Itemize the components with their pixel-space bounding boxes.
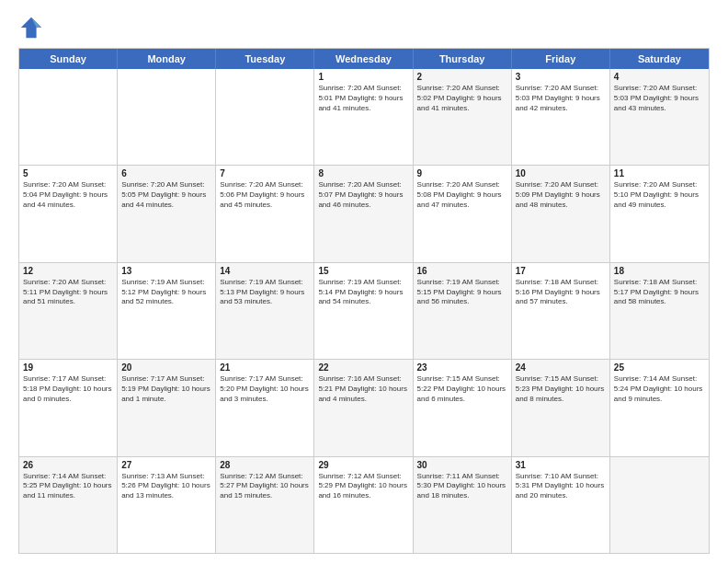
day-number: 4: [614, 72, 705, 82]
calendar-row: 26Sunrise: 7:14 AM Sunset: 5:25 PM Dayli…: [19, 456, 709, 553]
day-header-friday: Friday: [512, 49, 610, 69]
calendar-day-29: 29Sunrise: 7:12 AM Sunset: 5:29 PM Dayli…: [314, 457, 413, 553]
day-info: Sunrise: 7:20 AM Sunset: 5:08 PM Dayligh…: [417, 180, 507, 210]
day-number: 27: [121, 460, 211, 470]
calendar-day-14: 14Sunrise: 7:19 AM Sunset: 5:13 PM Dayli…: [216, 263, 314, 359]
day-info: Sunrise: 7:17 AM Sunset: 5:18 PM Dayligh…: [23, 374, 113, 404]
day-number: 2: [417, 72, 507, 82]
calendar-day-16: 16Sunrise: 7:19 AM Sunset: 5:15 PM Dayli…: [414, 263, 512, 359]
day-header-thursday: Thursday: [414, 49, 512, 69]
calendar-day-20: 20Sunrise: 7:17 AM Sunset: 5:19 PM Dayli…: [118, 360, 216, 455]
calendar-day-empty: [19, 69, 118, 165]
day-number: 12: [23, 266, 113, 276]
day-number: 8: [318, 168, 408, 178]
calendar-day-21: 21Sunrise: 7:17 AM Sunset: 5:20 PM Dayli…: [216, 360, 314, 455]
day-number: 23: [417, 362, 507, 373]
day-header-tuesday: Tuesday: [216, 49, 314, 69]
calendar-row: 1Sunrise: 7:20 AM Sunset: 5:01 PM Daylig…: [19, 69, 709, 165]
calendar-day-30: 30Sunrise: 7:11 AM Sunset: 5:30 PM Dayli…: [414, 457, 512, 553]
day-info: Sunrise: 7:19 AM Sunset: 5:14 PM Dayligh…: [318, 278, 408, 307]
calendar-day-10: 10Sunrise: 7:20 AM Sunset: 5:09 PM Dayli…: [512, 166, 610, 261]
day-info: Sunrise: 7:20 AM Sunset: 5:05 PM Dayligh…: [121, 180, 211, 210]
calendar-day-18: 18Sunrise: 7:18 AM Sunset: 5:17 PM Dayli…: [610, 263, 709, 359]
day-info: Sunrise: 7:19 AM Sunset: 5:13 PM Dayligh…: [220, 278, 310, 307]
calendar-day-26: 26Sunrise: 7:14 AM Sunset: 5:25 PM Dayli…: [19, 457, 118, 553]
day-number: 9: [417, 168, 507, 178]
day-number: 19: [23, 362, 113, 373]
day-number: 11: [614, 168, 705, 178]
calendar-day-28: 28Sunrise: 7:12 AM Sunset: 5:27 PM Dayli…: [216, 457, 314, 553]
calendar-day-3: 3Sunrise: 7:20 AM Sunset: 5:03 PM Daylig…: [512, 69, 610, 165]
day-number: 3: [516, 72, 606, 82]
calendar-day-25: 25Sunrise: 7:14 AM Sunset: 5:24 PM Dayli…: [610, 360, 709, 455]
calendar-day-9: 9Sunrise: 7:20 AM Sunset: 5:08 PM Daylig…: [414, 166, 512, 261]
calendar-day-6: 6Sunrise: 7:20 AM Sunset: 5:05 PM Daylig…: [118, 166, 216, 261]
day-info: Sunrise: 7:20 AM Sunset: 5:03 PM Dayligh…: [614, 84, 705, 113]
day-header-wednesday: Wednesday: [314, 49, 413, 69]
day-number: 10: [516, 168, 606, 178]
day-number: 25: [614, 362, 705, 373]
day-number: 26: [23, 460, 113, 470]
calendar-day-7: 7Sunrise: 7:20 AM Sunset: 5:06 PM Daylig…: [216, 166, 314, 261]
day-number: 29: [318, 460, 408, 470]
day-info: Sunrise: 7:15 AM Sunset: 5:23 PM Dayligh…: [516, 374, 606, 404]
day-info: Sunrise: 7:17 AM Sunset: 5:19 PM Dayligh…: [121, 374, 211, 404]
day-number: 13: [121, 266, 211, 276]
day-number: 1: [318, 72, 408, 82]
calendar-day-27: 27Sunrise: 7:13 AM Sunset: 5:26 PM Dayli…: [118, 457, 216, 553]
calendar-day-empty: [216, 69, 314, 165]
calendar-row: 19Sunrise: 7:17 AM Sunset: 5:18 PM Dayli…: [19, 359, 709, 455]
day-number: 16: [417, 266, 507, 276]
day-info: Sunrise: 7:13 AM Sunset: 5:26 PM Dayligh…: [121, 472, 211, 501]
day-info: Sunrise: 7:20 AM Sunset: 5:10 PM Dayligh…: [614, 180, 705, 210]
day-info: Sunrise: 7:19 AM Sunset: 5:12 PM Dayligh…: [121, 278, 211, 307]
day-info: Sunrise: 7:20 AM Sunset: 5:09 PM Dayligh…: [516, 180, 606, 210]
day-header-monday: Monday: [118, 49, 216, 69]
day-info: Sunrise: 7:14 AM Sunset: 5:24 PM Dayligh…: [614, 374, 705, 404]
day-number: 5: [23, 168, 113, 178]
day-info: Sunrise: 7:11 AM Sunset: 5:30 PM Dayligh…: [417, 472, 507, 501]
day-info: Sunrise: 7:14 AM Sunset: 5:25 PM Dayligh…: [23, 472, 113, 501]
calendar-day-22: 22Sunrise: 7:16 AM Sunset: 5:21 PM Dayli…: [314, 360, 413, 455]
calendar-day-5: 5Sunrise: 7:20 AM Sunset: 5:04 PM Daylig…: [19, 166, 118, 261]
day-info: Sunrise: 7:20 AM Sunset: 5:06 PM Dayligh…: [220, 180, 310, 210]
calendar-day-19: 19Sunrise: 7:17 AM Sunset: 5:18 PM Dayli…: [19, 360, 118, 455]
calendar-day-8: 8Sunrise: 7:20 AM Sunset: 5:07 PM Daylig…: [314, 166, 413, 261]
calendar-day-17: 17Sunrise: 7:18 AM Sunset: 5:16 PM Dayli…: [512, 263, 610, 359]
calendar-day-2: 2Sunrise: 7:20 AM Sunset: 5:02 PM Daylig…: [414, 69, 512, 165]
day-number: 6: [121, 168, 211, 178]
header: [18, 15, 710, 40]
day-header-sunday: Sunday: [19, 49, 118, 69]
calendar-day-12: 12Sunrise: 7:20 AM Sunset: 5:11 PM Dayli…: [19, 263, 118, 359]
day-info: Sunrise: 7:20 AM Sunset: 5:04 PM Dayligh…: [23, 180, 113, 210]
logo: [18, 15, 46, 40]
calendar-header: SundayMondayTuesdayWednesdayThursdayFrid…: [19, 49, 709, 69]
day-number: 30: [417, 460, 507, 470]
day-info: Sunrise: 7:20 AM Sunset: 5:01 PM Dayligh…: [318, 84, 408, 113]
day-info: Sunrise: 7:19 AM Sunset: 5:15 PM Dayligh…: [417, 278, 507, 307]
calendar-day-1: 1Sunrise: 7:20 AM Sunset: 5:01 PM Daylig…: [314, 69, 413, 165]
page: SundayMondayTuesdayWednesdayThursdayFrid…: [0, 0, 728, 563]
day-info: Sunrise: 7:20 AM Sunset: 5:11 PM Dayligh…: [23, 278, 113, 307]
day-info: Sunrise: 7:20 AM Sunset: 5:07 PM Dayligh…: [318, 180, 408, 210]
calendar-day-11: 11Sunrise: 7:20 AM Sunset: 5:10 PM Dayli…: [610, 166, 709, 261]
day-info: Sunrise: 7:12 AM Sunset: 5:27 PM Dayligh…: [220, 472, 310, 501]
calendar: SundayMondayTuesdayWednesdayThursdayFrid…: [18, 48, 710, 554]
calendar-row: 12Sunrise: 7:20 AM Sunset: 5:11 PM Dayli…: [19, 262, 709, 359]
day-info: Sunrise: 7:15 AM Sunset: 5:22 PM Dayligh…: [417, 374, 507, 404]
calendar-day-empty: [610, 457, 709, 553]
calendar-body: 1Sunrise: 7:20 AM Sunset: 5:01 PM Daylig…: [19, 69, 709, 553]
day-number: 18: [614, 266, 705, 276]
day-number: 24: [516, 362, 606, 373]
day-number: 31: [516, 460, 606, 470]
calendar-day-23: 23Sunrise: 7:15 AM Sunset: 5:22 PM Dayli…: [414, 360, 512, 455]
calendar-day-15: 15Sunrise: 7:19 AM Sunset: 5:14 PM Dayli…: [314, 263, 413, 359]
day-info: Sunrise: 7:10 AM Sunset: 5:31 PM Dayligh…: [516, 472, 606, 501]
day-info: Sunrise: 7:16 AM Sunset: 5:21 PM Dayligh…: [318, 374, 408, 404]
day-info: Sunrise: 7:20 AM Sunset: 5:03 PM Dayligh…: [516, 84, 606, 113]
day-number: 15: [318, 266, 408, 276]
calendar-day-4: 4Sunrise: 7:20 AM Sunset: 5:03 PM Daylig…: [610, 69, 709, 165]
day-info: Sunrise: 7:18 AM Sunset: 5:17 PM Dayligh…: [614, 278, 705, 307]
calendar-day-31: 31Sunrise: 7:10 AM Sunset: 5:31 PM Dayli…: [512, 457, 610, 553]
day-number: 14: [220, 266, 310, 276]
